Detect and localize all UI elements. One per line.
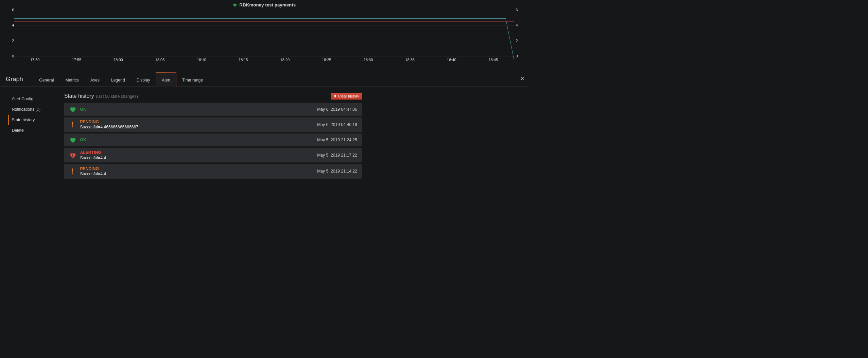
bar[interactable] xyxy=(214,10,223,56)
bar[interactable] xyxy=(481,10,489,56)
bar[interactable] xyxy=(14,10,22,56)
tab-axes[interactable]: Axes xyxy=(85,72,105,87)
bar[interactable] xyxy=(372,10,381,56)
history-timestamp: May 5, 2019 21:17:22 xyxy=(317,153,357,158)
sidenav-delete[interactable]: Delete xyxy=(8,125,56,136)
bar[interactable] xyxy=(231,10,239,56)
bar[interactable] xyxy=(189,10,197,56)
bar[interactable] xyxy=(347,10,356,56)
bar[interactable] xyxy=(464,10,472,56)
y-tick: 0 xyxy=(516,54,526,59)
bar[interactable] xyxy=(381,10,389,56)
tab-display[interactable]: Display xyxy=(131,72,156,87)
bar[interactable] xyxy=(81,10,89,56)
bar[interactable] xyxy=(289,10,298,56)
bar[interactable] xyxy=(114,10,123,56)
history-row-body: OK xyxy=(80,107,313,112)
bar[interactable] xyxy=(339,10,348,56)
bar[interactable] xyxy=(122,10,131,56)
bar[interactable] xyxy=(172,10,181,56)
history-row[interactable]: OKMay 6, 2019 04:47:06 xyxy=(64,103,362,116)
history-row[interactable]: !PENDINGSuccesful=4.4May 5, 2019 21:14:2… xyxy=(64,164,362,179)
close-editor-button[interactable] xyxy=(520,76,524,82)
chart-plot[interactable] xyxy=(14,10,514,56)
bar[interactable] xyxy=(472,10,481,56)
sidenav-notifications[interactable]: Notifications (2) xyxy=(8,104,56,114)
visualization-type-label[interactable]: Graph xyxy=(6,76,23,83)
y-tick: 0 xyxy=(4,54,14,59)
bar[interactable] xyxy=(131,10,139,56)
history-status: PENDING xyxy=(80,166,313,171)
bar[interactable] xyxy=(356,10,364,56)
bar[interactable] xyxy=(414,10,422,56)
tab-general[interactable]: General xyxy=(33,72,59,87)
panel-status-heart-icon xyxy=(232,3,238,8)
y-tick: 4 xyxy=(516,23,526,28)
bar[interactable] xyxy=(314,10,323,56)
history-row-body: PENDINGSuccesful=4.466666666666667 xyxy=(80,120,313,129)
history-row[interactable]: OKMay 5, 2019 21:24:25 xyxy=(64,133,362,146)
bar[interactable] xyxy=(256,10,264,56)
bar[interactable] xyxy=(306,10,314,56)
bar[interactable] xyxy=(364,10,372,56)
bar[interactable] xyxy=(206,10,214,56)
bar[interactable] xyxy=(247,10,256,56)
x-tick: 18:00 xyxy=(114,58,123,62)
bar[interactable] xyxy=(281,10,289,56)
bar[interactable] xyxy=(56,10,64,56)
bar[interactable] xyxy=(164,10,173,56)
heart-icon xyxy=(69,106,76,113)
bar[interactable] xyxy=(323,10,331,56)
clear-history-label: Clear history xyxy=(338,94,359,99)
bar[interactable] xyxy=(156,10,164,56)
x-tick: 18:25 xyxy=(322,58,331,62)
bar[interactable] xyxy=(389,10,398,56)
bar[interactable] xyxy=(273,10,281,56)
bar[interactable] xyxy=(98,10,106,56)
bar[interactable] xyxy=(64,10,73,56)
x-tick: 18:10 xyxy=(197,58,206,62)
sidenav-state-history[interactable]: State history xyxy=(8,115,56,125)
x-tick: 18:35 xyxy=(405,58,414,62)
bar[interactable] xyxy=(498,10,506,56)
bar[interactable] xyxy=(439,10,448,56)
history-row[interactable]: !PENDINGSuccesful=4.466666666666667May 6… xyxy=(64,117,362,132)
chart-panel: RBKmoney test payments 0246 0246 17:5017… xyxy=(0,0,528,64)
bar[interactable] xyxy=(147,10,156,56)
bar[interactable] xyxy=(22,10,31,56)
bar[interactable] xyxy=(106,10,114,56)
tab-timerange[interactable]: Time range xyxy=(176,72,209,87)
bar[interactable] xyxy=(431,10,439,56)
sidenav-alert-config[interactable]: Alert Config xyxy=(8,93,56,104)
bar[interactable] xyxy=(297,10,306,56)
bar[interactable] xyxy=(489,10,498,56)
bar[interactable] xyxy=(47,10,56,56)
bar[interactable] xyxy=(39,10,48,56)
history-detail: Succesful=4.4 xyxy=(80,155,313,160)
bar[interactable] xyxy=(89,10,98,56)
bar[interactable] xyxy=(239,10,247,56)
bar[interactable] xyxy=(331,10,339,56)
tab-metrics[interactable]: Metrics xyxy=(60,72,85,87)
bar[interactable] xyxy=(181,10,189,56)
bar[interactable] xyxy=(139,10,147,56)
chart-area[interactable]: 0246 0246 xyxy=(4,10,524,56)
bar[interactable] xyxy=(72,10,81,56)
y-tick: 2 xyxy=(4,39,14,43)
bar[interactable] xyxy=(222,10,231,56)
bar[interactable] xyxy=(197,10,206,56)
history-row[interactable]: ALERTINGSuccesful=4.4May 5, 2019 21:17:2… xyxy=(64,148,362,162)
bar[interactable] xyxy=(397,10,406,56)
bar[interactable] xyxy=(447,10,456,56)
editor-tabs: Graph GeneralMetricsAxesLegendDisplayAle… xyxy=(0,72,528,87)
bar[interactable] xyxy=(456,10,464,56)
bar[interactable] xyxy=(264,10,273,56)
bar[interactable] xyxy=(406,10,414,56)
bar[interactable] xyxy=(422,10,431,56)
bar[interactable] xyxy=(506,10,514,56)
bar[interactable] xyxy=(31,10,39,56)
clear-history-button[interactable]: Clear history xyxy=(331,93,362,100)
y-tick: 2 xyxy=(516,39,526,43)
tab-legend[interactable]: Legend xyxy=(105,72,131,87)
tab-alert[interactable]: Alert xyxy=(156,72,176,87)
